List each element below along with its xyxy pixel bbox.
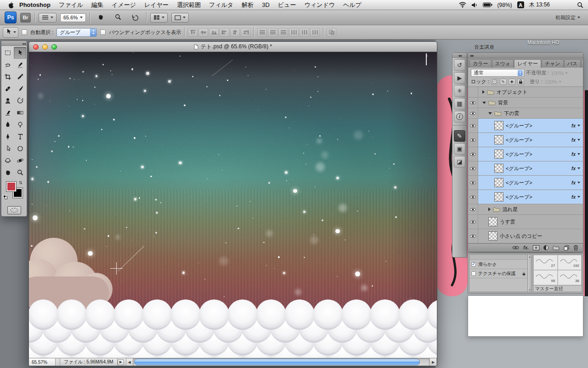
menu-clock[interactable]: 木 13:56 <box>529 1 550 9</box>
history-brush-tool[interactable] <box>14 95 26 107</box>
workspace-switcher[interactable]: 初期設定 <box>552 13 583 23</box>
layer-name[interactable]: オブジェクト <box>497 89 528 96</box>
zoom-tool-button[interactable] <box>111 13 125 23</box>
disclosure-triangle[interactable] <box>482 102 486 104</box>
layer-row-9[interactable]: 流れ星 <box>468 204 583 215</box>
eyedropper-tool[interactable] <box>14 71 26 83</box>
disclosure-triangle[interactable] <box>488 207 491 211</box>
auto-select-checkbox[interactable] <box>22 29 27 35</box>
layer-row-7[interactable]: <グループ>fx <box>468 176 583 190</box>
layer-row-6[interactable]: <グループ>fx <box>468 161 583 176</box>
scroll-right-button[interactable]: ▶ <box>430 358 437 366</box>
layer-thumbnail[interactable] <box>494 150 503 159</box>
menu-9[interactable]: ビュー <box>274 0 300 10</box>
type-tool[interactable] <box>14 131 26 143</box>
visibility-toggle[interactable] <box>468 215 478 229</box>
scroll-left-button[interactable]: ◀ <box>126 358 133 366</box>
group-row-body[interactable]: 流れ星 <box>478 204 583 214</box>
menu-5[interactable]: 選択範囲 <box>173 0 205 10</box>
layer-row-5[interactable]: <グループ>fx <box>468 147 583 161</box>
dock-expand-handle[interactable]: ◀◀ <box>452 53 467 58</box>
panel-tab-4[interactable]: パス <box>564 59 581 68</box>
dodge-tool[interactable] <box>14 119 26 131</box>
panel-tab-1[interactable]: スウォ <box>492 59 514 68</box>
visibility-toggle[interactable] <box>468 161 478 175</box>
layer-row-8[interactable]: <グループ>fx <box>468 190 583 204</box>
lock-position-button[interactable]: ✚ <box>509 79 515 85</box>
layer-row-body[interactable]: <グループ>fx <box>478 119 583 132</box>
panel-icon-clone-source[interactable]: ▣ <box>454 143 465 155</box>
layer-style-icon[interactable]: fx. <box>523 245 529 250</box>
clone-stamp-tool[interactable] <box>1 95 14 107</box>
link-layers-icon[interactable] <box>512 246 519 250</box>
layer-name[interactable]: 小さい点 のコピー <box>500 233 542 240</box>
menu-4[interactable]: レイヤー <box>140 0 173 10</box>
layer-name[interactable]: <グループ> <box>506 122 532 129</box>
visibility-toggle[interactable] <box>468 133 478 147</box>
layer-fx-badge[interactable]: fx <box>571 195 581 200</box>
rectangular-marquee-tool[interactable] <box>1 47 14 59</box>
adjustment-layer-icon[interactable] <box>543 245 548 250</box>
3d-orbit-tool[interactable] <box>14 155 26 167</box>
layer-row-body[interactable]: <グループ>fx <box>478 161 583 175</box>
brush-option-checkbox[interactable] <box>471 271 476 276</box>
bridge-button[interactable]: Br <box>20 13 31 23</box>
pen-tool[interactable] <box>1 131 14 143</box>
menu-10[interactable]: ウィンドウ <box>300 0 339 10</box>
zoom-level-combo[interactable]: 65.6% <box>60 13 86 22</box>
layer-name[interactable]: <グループ> <box>506 151 532 158</box>
visibility-toggle[interactable] <box>468 176 478 190</box>
distribute-right-edges-button[interactable] <box>310 28 320 37</box>
gradient-tool[interactable] <box>14 107 26 119</box>
scrollbar-track[interactable] <box>133 358 430 366</box>
panel-icon-3d[interactable]: ✳ <box>454 85 465 97</box>
disclosure-triangle[interactable] <box>482 90 485 94</box>
default-colors-icon[interactable] <box>3 195 8 200</box>
menu-3[interactable]: イメージ <box>107 0 140 10</box>
disclosure-triangle[interactable] <box>488 112 492 115</box>
opacity-value[interactable]: 100% <box>551 70 568 76</box>
lock-transparency-button[interactable] <box>491 79 498 85</box>
layer-row-0[interactable]: オブジェクト <box>468 87 583 98</box>
dock-collapse-handle[interactable]: ▶▶ <box>468 53 583 58</box>
layer-name[interactable]: <グループ> <box>506 194 532 201</box>
layer-name[interactable]: <グループ> <box>506 165 532 172</box>
menu-1[interactable]: ファイル <box>55 0 87 10</box>
layer-row-body[interactable]: <グループ>fx <box>478 190 583 204</box>
crop-tool[interactable] <box>1 71 14 83</box>
brush-preset-2[interactable]: 95 <box>533 270 558 285</box>
blur-tool[interactable] <box>1 119 14 131</box>
panel-icon-actions[interactable]: ▶ <box>454 72 465 84</box>
layer-row-body[interactable]: うす雲 <box>478 215 583 229</box>
lasso-tool[interactable] <box>1 59 14 71</box>
visibility-toggle[interactable] <box>468 190 478 204</box>
layer-name[interactable]: 下の雲 <box>504 110 519 117</box>
visibility-toggle[interactable] <box>468 119 478 132</box>
visibility-toggle[interactable] <box>468 204 478 214</box>
layer-row-body[interactable]: 小さい点 のコピー <box>478 229 583 243</box>
screen-mode-button[interactable] <box>171 13 189 23</box>
align-vertical-centers-button[interactable] <box>198 28 208 37</box>
new-group-icon[interactable] <box>553 245 560 250</box>
align-top-edges-button[interactable] <box>188 28 198 37</box>
layer-row-body[interactable]: <グループ>fx <box>478 133 583 147</box>
fill-value[interactable]: 100% <box>544 79 561 85</box>
panel-tab-2[interactable]: レイヤー <box>514 59 541 68</box>
layer-row-4[interactable]: <グループ>fx <box>468 133 583 147</box>
visibility-toggle[interactable] <box>468 108 478 118</box>
menu-2[interactable]: 編集 <box>87 0 107 10</box>
document-titlebar[interactable]: テト.psd @ 65.6% (RGB/8) * <box>29 42 437 52</box>
spotlight-icon[interactable] <box>577 2 583 8</box>
eraser-tool[interactable] <box>1 107 14 119</box>
layer-fx-badge[interactable]: fx <box>571 138 581 143</box>
status-expand-button[interactable]: ▶ <box>118 359 124 365</box>
lock-paint-button[interactable]: ✎ <box>500 79 507 85</box>
rotate-view-button[interactable] <box>129 13 142 23</box>
status-zoom-field[interactable]: 65.57% <box>29 358 56 366</box>
zoom-window-button[interactable] <box>51 44 57 50</box>
brush-preset-3[interactable]: 36 <box>558 270 582 285</box>
scrollbar-thumb[interactable] <box>134 359 420 365</box>
new-layer-icon[interactable] <box>564 245 569 251</box>
group-row-body[interactable]: 背景 <box>478 98 583 108</box>
layer-thumbnail[interactable] <box>488 231 498 241</box>
